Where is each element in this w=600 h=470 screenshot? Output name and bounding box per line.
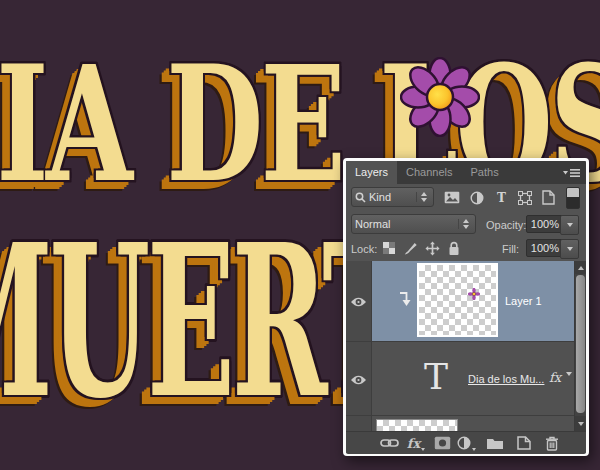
shape-layers-filter-button[interactable] xyxy=(516,190,533,205)
fx-icon: fx xyxy=(407,436,420,451)
opacity-label: Opacity: xyxy=(486,219,526,231)
link-icon xyxy=(380,437,399,449)
dropdown-spin-icon xyxy=(458,219,472,229)
layer-row-layer1[interactable]: Layer 1 xyxy=(346,261,574,342)
smart-objects-filter-button[interactable] xyxy=(540,190,557,205)
panel-controls: Kind T xyxy=(346,184,586,262)
lock-label: Lock: xyxy=(351,243,377,255)
folder-icon xyxy=(486,437,504,450)
brush-icon xyxy=(403,241,418,256)
tab-layers[interactable]: Layers xyxy=(346,161,397,184)
fill-value[interactable]: 100% xyxy=(526,239,563,257)
adjustment-layers-filter-button[interactable] xyxy=(468,190,485,205)
layer1-thumbnail[interactable] xyxy=(417,263,498,337)
lock-transparent-pixels-button[interactable] xyxy=(381,240,397,256)
new-layer-button[interactable] xyxy=(514,435,534,451)
photoshop-workspace: DIA DE LOS MUERTOS Layers Channe xyxy=(0,0,600,470)
text-layer-visibility-toggle[interactable] xyxy=(350,372,367,384)
panel-menu-button[interactable] xyxy=(563,168,581,178)
eye-icon xyxy=(350,296,367,308)
filter-kind-dropdown[interactable]: Kind xyxy=(351,187,434,207)
scroll-up-button[interactable] xyxy=(575,261,586,274)
type-icon: T xyxy=(497,191,506,205)
panel-menu-icon xyxy=(563,168,581,178)
layers-list: Layer 1 T Dia de los Mu... fx xyxy=(346,261,586,431)
eye-icon xyxy=(350,374,367,386)
partial-layer-thumbnail[interactable] xyxy=(376,419,458,431)
clipping-mask-arrow-icon xyxy=(398,291,411,308)
adjustment-circle-icon xyxy=(470,191,484,205)
dropdown-spin-icon xyxy=(416,192,430,202)
blend-mode-dropdown[interactable]: Normal xyxy=(351,214,476,234)
smart-object-icon xyxy=(542,190,555,205)
layer1-name[interactable]: Layer 1 xyxy=(505,295,542,307)
move-icon xyxy=(425,241,440,256)
visibility-column xyxy=(346,416,372,431)
blend-mode-value: Normal xyxy=(355,218,390,230)
fill-label: Fill: xyxy=(502,243,519,255)
layers-scrollbar[interactable] xyxy=(574,261,586,431)
opacity-dropdown-button[interactable] xyxy=(560,215,579,235)
layer-row-partial[interactable] xyxy=(346,416,574,431)
padlock-icon xyxy=(448,241,460,256)
new-adjustment-layer-button[interactable] xyxy=(456,435,476,451)
type-layers-filter-button[interactable]: T xyxy=(493,190,510,205)
delete-layer-button[interactable] xyxy=(542,435,562,451)
fill-dropdown-button[interactable] xyxy=(560,239,579,259)
panel-bottom-bar: fx xyxy=(346,431,586,454)
lock-all-button[interactable] xyxy=(446,240,462,256)
filter-toggle-switch[interactable] xyxy=(566,187,580,209)
mini-flower-icon xyxy=(468,288,480,300)
scrollbar-thumb[interactable] xyxy=(576,275,585,413)
new-group-button[interactable] xyxy=(485,435,505,451)
layer-mask-icon xyxy=(434,436,451,450)
lock-image-pixels-button[interactable] xyxy=(402,240,418,256)
layers-panel: Layers Channels Paths Kind xyxy=(343,158,589,456)
filter-kind-label: Kind xyxy=(369,191,391,203)
lock-position-button[interactable] xyxy=(424,240,440,256)
pixel-layers-filter-button[interactable] xyxy=(443,190,460,205)
layer1-visibility-toggle[interactable] xyxy=(350,294,367,306)
new-layer-icon xyxy=(517,436,531,450)
text-layer-thumbnail[interactable]: T xyxy=(416,356,456,398)
trash-icon xyxy=(545,436,559,451)
search-icon xyxy=(355,192,366,203)
collapse-effects-arrow[interactable] xyxy=(566,376,572,394)
add-layer-mask-button[interactable] xyxy=(432,435,452,451)
text-layer-name[interactable]: Dia de los Mu... xyxy=(468,373,544,385)
tab-paths[interactable]: Paths xyxy=(462,161,508,184)
panel-tab-bar: Layers Channels Paths xyxy=(346,161,586,184)
layer-style-button[interactable]: fx xyxy=(406,435,426,451)
shape-icon xyxy=(518,191,532,205)
checkerboard-icon xyxy=(383,242,395,254)
link-layers-button[interactable] xyxy=(379,435,399,451)
scroll-down-button[interactable] xyxy=(575,416,586,431)
flower-decoration xyxy=(400,57,480,137)
layer-row-text[interactable]: T Dia de los Mu... fx xyxy=(346,342,574,416)
image-icon xyxy=(444,191,460,204)
flower-center xyxy=(427,84,453,110)
tab-channels[interactable]: Channels xyxy=(397,161,461,184)
opacity-value[interactable]: 100% xyxy=(526,215,563,233)
adjustment-circle-icon xyxy=(457,436,471,450)
layer-effects-badge[interactable]: fx xyxy=(549,370,561,385)
